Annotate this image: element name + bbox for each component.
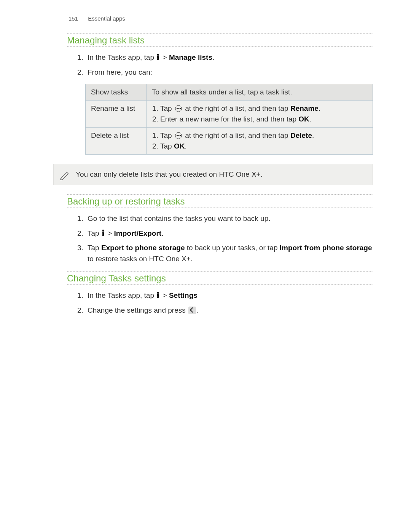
overflow-menu-icon — [157, 292, 159, 299]
step: Tap Export to phone storage to back up y… — [85, 243, 373, 264]
table-row-label: Rename a list — [86, 101, 147, 128]
step: In the Tasks app, tap > Settings — [85, 290, 373, 301]
table-cell: Tap at the right of a list, and then tap… — [147, 128, 373, 155]
overflow-menu-icon — [102, 230, 105, 236]
steps-changing-settings: In the Tasks app, tap > Settings Change … — [38, 290, 373, 316]
substep: Tap at the right of a list, and then tap… — [160, 131, 367, 140]
steps-managing-task-lists: In the Tasks app, tap > Manage lists. Fr… — [38, 52, 373, 78]
task-list-actions-table: Show tasks To show all tasks under a lis… — [85, 84, 373, 155]
overflow-menu-icon — [157, 54, 159, 61]
table-cell: Tap at the right of a list, and then tap… — [147, 101, 373, 128]
steps-backing-up: Go to the list that contains the tasks y… — [38, 213, 373, 264]
step: From here, you can: — [85, 67, 373, 78]
note-text: You can only delete lists that you creat… — [76, 170, 263, 178]
pencil-icon — [59, 169, 70, 180]
substep: Enter a new name for the list, and then … — [160, 115, 367, 123]
more-options-icon — [175, 132, 182, 139]
step: In the Tasks app, tap > Manage lists. — [85, 52, 373, 63]
table-cell: To show all tasks under a list, tap a ta… — [147, 84, 373, 101]
document-page: 151 Essential apps Managing task lists I… — [0, 0, 411, 337]
heading-managing-task-lists: Managing task lists — [67, 33, 373, 47]
substep: Tap OK. — [160, 142, 367, 150]
step: Change the settings and press . — [85, 305, 373, 316]
substep: Tap at the right of a list, and then tap… — [160, 104, 367, 113]
heading-backing-up: Backing up or restoring tasks — [67, 194, 373, 208]
heading-changing-settings: Changing Tasks settings — [67, 271, 373, 285]
step: Tap > Import/Export. — [85, 228, 373, 239]
chapter-title: Essential apps — [88, 15, 125, 22]
back-icon — [188, 307, 196, 314]
note-callout: You can only delete lists that you creat… — [53, 164, 373, 185]
page-header: 151 Essential apps — [38, 15, 373, 22]
table-row-label: Show tasks — [86, 84, 147, 101]
page-number: 151 — [68, 15, 78, 22]
more-options-icon — [175, 105, 182, 112]
step: Go to the list that contains the tasks y… — [85, 213, 373, 224]
table-row-label: Delete a list — [86, 128, 147, 155]
